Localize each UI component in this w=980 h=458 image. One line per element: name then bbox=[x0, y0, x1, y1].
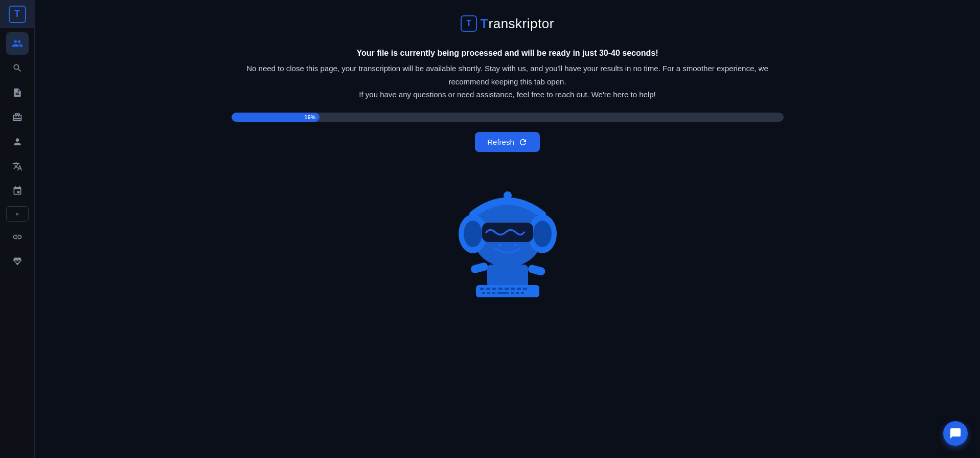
chat-icon bbox=[949, 427, 962, 440]
svg-point-8 bbox=[498, 244, 502, 247]
sidebar-item-user[interactable] bbox=[6, 130, 29, 153]
refresh-label: Refresh bbox=[487, 138, 514, 146]
app-header: T Transkriptor bbox=[461, 15, 554, 32]
user-icon bbox=[12, 137, 22, 147]
svg-rect-10 bbox=[487, 265, 528, 288]
svg-rect-25 bbox=[516, 292, 519, 294]
refresh-button[interactable]: Refresh bbox=[475, 132, 540, 152]
sidebar-item-link[interactable] bbox=[6, 226, 29, 248]
info-line3: If you have any questions or need assist… bbox=[226, 88, 789, 101]
svg-rect-15 bbox=[498, 288, 503, 290]
svg-rect-19 bbox=[523, 288, 527, 290]
calendar-icon bbox=[12, 186, 22, 196]
svg-point-6 bbox=[533, 221, 552, 247]
svg-rect-20 bbox=[482, 292, 485, 294]
sidebar-expand-button[interactable]: » bbox=[6, 206, 29, 222]
translate-icon bbox=[12, 161, 22, 171]
search-icon bbox=[12, 63, 22, 73]
sidebar-item-diamond[interactable] bbox=[6, 250, 29, 273]
sidebar-item-search[interactable] bbox=[6, 57, 29, 79]
svg-rect-17 bbox=[511, 288, 515, 290]
header-logo-icon: T bbox=[461, 15, 477, 32]
progress-label: 16% bbox=[304, 114, 315, 120]
svg-rect-16 bbox=[505, 288, 509, 290]
sidebar: T » bbox=[0, 0, 35, 458]
info-line2: No need to close this page, your transcr… bbox=[226, 62, 789, 88]
refresh-icon bbox=[518, 137, 528, 147]
svg-rect-24 bbox=[511, 292, 514, 294]
expand-icon: » bbox=[15, 210, 19, 217]
link-icon bbox=[12, 232, 22, 242]
svg-rect-28 bbox=[527, 264, 546, 276]
progress-fill: 16% bbox=[232, 113, 320, 122]
svg-rect-18 bbox=[517, 288, 521, 290]
svg-rect-27 bbox=[470, 261, 489, 274]
svg-rect-12 bbox=[480, 288, 484, 290]
gift-icon bbox=[12, 112, 22, 122]
robot-svg bbox=[436, 167, 579, 300]
document-icon bbox=[12, 88, 22, 98]
svg-rect-23 bbox=[497, 292, 509, 294]
sidebar-logo[interactable]: T bbox=[0, 0, 35, 28]
diamond-icon bbox=[12, 256, 22, 267]
info-line1: Your file is currently being processed a… bbox=[226, 46, 789, 60]
sidebar-item-document[interactable] bbox=[6, 81, 29, 104]
svg-rect-14 bbox=[492, 288, 496, 290]
robot-illustration bbox=[436, 167, 579, 300]
logo-box: T bbox=[9, 6, 26, 23]
logo-letter: T bbox=[14, 9, 20, 19]
team-icon bbox=[12, 38, 23, 49]
svg-point-4 bbox=[464, 221, 482, 247]
svg-rect-13 bbox=[486, 288, 490, 290]
main-content: T Transkriptor Your file is currently be… bbox=[35, 0, 980, 458]
svg-rect-11 bbox=[476, 285, 539, 297]
progress-bar-container: 16% bbox=[232, 113, 784, 122]
sidebar-item-team[interactable] bbox=[6, 32, 29, 55]
svg-rect-21 bbox=[487, 292, 490, 294]
title-rest: ranskriptor bbox=[489, 16, 554, 31]
title-highlight: T bbox=[480, 16, 488, 31]
app-title: Transkriptor bbox=[480, 16, 554, 32]
sidebar-item-gift[interactable] bbox=[6, 106, 29, 128]
info-text-block: Your file is currently being processed a… bbox=[226, 46, 789, 101]
chat-bubble-button[interactable] bbox=[943, 421, 968, 446]
svg-point-9 bbox=[514, 244, 517, 247]
sidebar-item-translate[interactable] bbox=[6, 155, 29, 178]
sidebar-item-calendar[interactable] bbox=[6, 180, 29, 202]
svg-rect-7 bbox=[482, 223, 533, 242]
header-logo-letter: T bbox=[466, 19, 471, 28]
svg-rect-26 bbox=[521, 292, 524, 294]
svg-rect-22 bbox=[492, 292, 495, 294]
